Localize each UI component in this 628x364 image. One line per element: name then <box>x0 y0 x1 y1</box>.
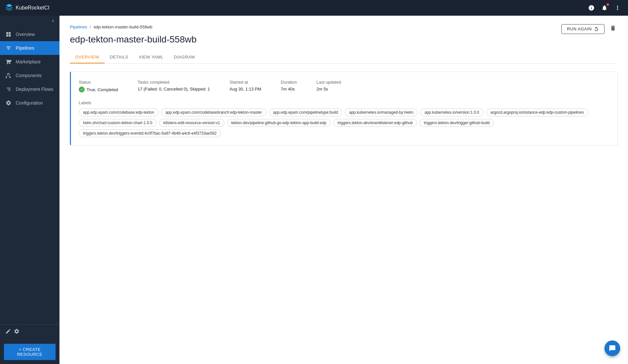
delete-button[interactable] <box>608 24 618 34</box>
tab-overview[interactable]: OVERVIEW <box>70 51 105 63</box>
sidebar-item-label: Pipelines <box>16 45 34 51</box>
tasks-value: 17 (Failed: 0, Cancelled 0), Skipped: 1 <box>138 87 210 91</box>
duration-item: Duration 7m 40s <box>281 80 297 92</box>
tab-details[interactable]: DETAILS <box>105 51 134 63</box>
label-chip: helm.sh/chart:custom-tekton-chart-1.0.0 <box>79 119 157 127</box>
sidebar-item-marketplace[interactable]: Marketplace <box>0 55 59 69</box>
last-updated-value: 2m 5s <box>316 87 341 91</box>
content-area: Pipelines / edp-tekton-master-build-558w… <box>59 16 628 364</box>
sidebar-item-label: Deployment Flows <box>16 87 53 92</box>
status-label: Status <box>79 80 118 85</box>
label-chip: app.edp.epam.com/pipelinetype:build <box>269 108 342 116</box>
chat-fab-button[interactable] <box>604 340 620 356</box>
sidebar-footer <box>0 324 59 340</box>
label-chip: app.kubernetes.io/version:1.0.0 <box>420 108 483 116</box>
labels-list: app.edp.epam.com/codebase:edp-tektonapp.… <box>79 108 609 137</box>
sidebar-collapse-button[interactable] <box>0 16 59 26</box>
sidebar-item-overview[interactable]: Overview <box>0 27 59 41</box>
last-updated-item: Last updated 2m 5s <box>316 80 341 92</box>
more-menu-button[interactable] <box>612 3 623 13</box>
header-actions: RUN AGAIN <box>561 24 618 34</box>
duration-value: 7m 40s <box>281 87 297 91</box>
settings-icon[interactable] <box>14 328 20 336</box>
tasks-label: Tasks completed <box>138 80 210 85</box>
page-title: edp-tekton-master-build-558wb <box>70 34 618 45</box>
sidebar-item-configuration[interactable]: Configuration <box>0 96 59 110</box>
status-item: Status ✓ True, Completed <box>79 80 118 92</box>
components-icon <box>5 73 12 78</box>
label-chip: k8slens-edit-resource-version:v1 <box>159 119 224 127</box>
create-resource-button[interactable]: + CREATE RESOURCE <box>4 344 56 360</box>
sidebar-item-label: Marketplace <box>16 59 41 64</box>
tabs: OVERVIEW DETAILS VIEW YAML DIAGRAM <box>70 51 618 64</box>
info-button[interactable] <box>586 3 597 13</box>
label-chip: app.edp.epam.com/codebase:edp-tekton <box>79 108 158 116</box>
run-again-label: RUN AGAIN <box>567 26 592 31</box>
labels-title: Labels <box>79 100 609 105</box>
sidebar-item-label: Components <box>16 73 41 78</box>
last-updated-label: Last updated <box>316 80 341 85</box>
tab-diagram[interactable]: DIAGRAM <box>169 51 200 63</box>
main-content: Pipelines / edp-tekton-master-build-558w… <box>59 16 628 364</box>
topbar-actions <box>586 3 623 13</box>
sidebar-item-label: Overview <box>16 32 35 37</box>
status-row: ✓ True, Completed <box>79 87 118 92</box>
duration-label: Duration <box>281 80 297 85</box>
label-chip: argocd.argoproj.io/instance-edp:edp-cust… <box>486 108 588 116</box>
tasks-item: Tasks completed 17 (Failed: 0, Cancelled… <box>138 80 210 92</box>
label-chip: app.edp.epam.com/codebasebranch:edp-tekt… <box>161 108 266 116</box>
topbar-logo: KubeRocketCI <box>5 3 586 13</box>
info-grid: Status ✓ True, Completed Tasks completed… <box>79 80 609 92</box>
breadcrumb-parent-link[interactable]: Pipelines <box>70 25 87 29</box>
layout: Overview Pipelines Marketplace <box>0 16 628 364</box>
labels-section: Labels app.edp.epam.com/codebase:edp-tek… <box>79 100 609 137</box>
sidebar-item-components[interactable]: Components <box>0 69 59 82</box>
pipelines-icon <box>5 45 12 51</box>
run-again-button[interactable]: RUN AGAIN <box>561 24 604 34</box>
notification-badge <box>606 3 609 6</box>
breadcrumb-current: edp-tekton-master-build-558wb <box>93 25 152 29</box>
sidebar-nav: Overview Pipelines Marketplace <box>0 26 59 324</box>
sidebar-item-deployment-flows[interactable]: Deployment Flows <box>0 82 59 96</box>
started-label: Started at <box>229 80 261 85</box>
info-card: Status ✓ True, Completed Tasks completed… <box>70 72 618 145</box>
topbar: KubeRocketCI <box>0 0 628 16</box>
breadcrumb: Pipelines / edp-tekton-master-build-558w… <box>70 25 152 29</box>
label-chip: tekton.dev/pipeline:github-go-edp-tekton… <box>227 119 331 127</box>
logo-icon <box>5 3 13 13</box>
breadcrumb-separator: / <box>90 25 91 29</box>
status-value: True, Completed <box>87 87 118 92</box>
configuration-icon <box>5 100 12 106</box>
sidebar-item-pipelines[interactable]: Pipelines <box>0 41 59 55</box>
sidebar-item-label: Configuration <box>16 100 43 106</box>
marketplace-icon <box>5 59 12 65</box>
notifications-button[interactable] <box>599 3 610 13</box>
label-chip: triggers.tekton.dev/trigger:github-build <box>420 119 494 127</box>
breadcrumb-row: Pipelines / edp-tekton-master-build-558w… <box>70 24 618 34</box>
status-icon: ✓ <box>79 87 85 92</box>
overview-icon <box>5 31 12 37</box>
label-chip: triggers.tekton.dev/eventlistener:edp-gi… <box>333 119 417 127</box>
started-item: Started at Aug 30, 1:13 PM <box>229 80 261 92</box>
tab-view-yaml[interactable]: VIEW YAML <box>134 51 169 63</box>
started-value: Aug 30, 1:13 PM <box>229 87 261 91</box>
label-chip: app.kubernetes.io/managed-by:Helm <box>345 108 418 116</box>
label-chip: triggers.tekton.dev/triggers-eventid:4c0… <box>79 129 221 137</box>
edit-icon[interactable] <box>5 328 11 336</box>
deployment-flows-icon <box>5 86 12 92</box>
app-title: KubeRocketCI <box>16 5 49 11</box>
sidebar: Overview Pipelines Marketplace <box>0 16 59 364</box>
